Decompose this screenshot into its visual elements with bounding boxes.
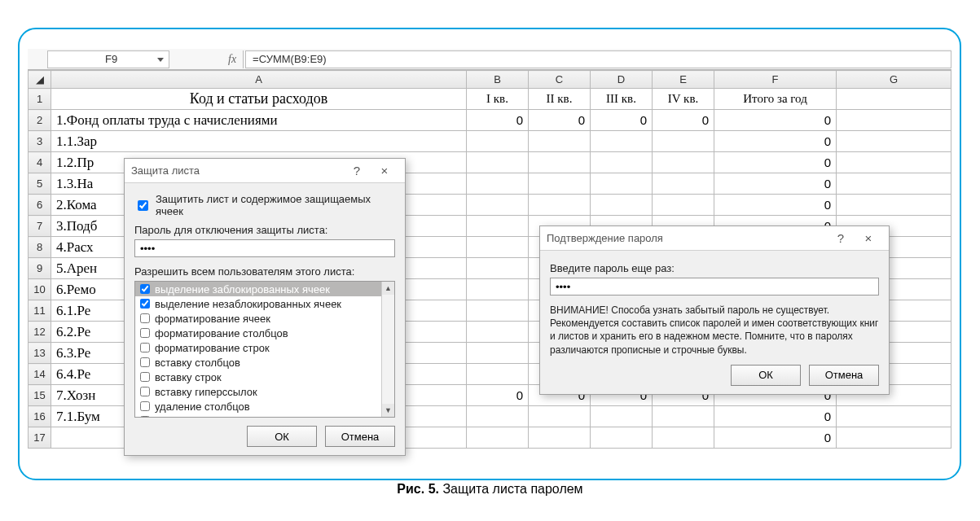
cell[interactable] xyxy=(653,152,714,173)
permissions-item-checkbox[interactable] xyxy=(140,343,150,352)
name-box[interactable]: F9 xyxy=(47,50,169,68)
protect-cancel-button[interactable]: Отмена xyxy=(325,426,395,447)
permissions-listbox[interactable]: выделение заблокированных ячееквыделение… xyxy=(134,281,395,418)
cell[interactable] xyxy=(837,131,951,152)
confirm-cancel-button[interactable]: Отмена xyxy=(809,365,879,386)
row-header[interactable]: 6 xyxy=(29,195,51,216)
cell[interactable]: 0 xyxy=(714,173,837,195)
protect-ok-button[interactable]: ОК xyxy=(247,426,317,447)
cell[interactable] xyxy=(837,406,951,427)
col-header-E[interactable]: E xyxy=(653,71,714,89)
row-header[interactable]: 5 xyxy=(29,173,51,195)
cell[interactable] xyxy=(529,152,591,173)
cell[interactable]: 0 xyxy=(714,406,837,427)
permissions-item-checkbox[interactable] xyxy=(140,284,150,294)
row-header[interactable]: 17 xyxy=(29,427,51,449)
cell[interactable]: 0 xyxy=(591,110,653,131)
cell[interactable] xyxy=(591,427,653,449)
permissions-item[interactable]: выделение незаблокированных ячеек xyxy=(135,296,394,311)
permissions-item[interactable]: вставку столбцов xyxy=(135,355,394,370)
cell[interactable] xyxy=(591,406,653,427)
cell[interactable] xyxy=(837,173,951,195)
cell[interactable] xyxy=(467,258,529,279)
col-header-A[interactable]: A xyxy=(51,71,467,89)
scroll-up-icon[interactable]: ▲ xyxy=(382,282,394,295)
row-header[interactable]: 16 xyxy=(29,406,51,427)
col-header-F[interactable]: F xyxy=(714,71,837,89)
protect-sheet-check-input[interactable] xyxy=(138,200,148,211)
row-header[interactable]: 12 xyxy=(29,322,51,343)
cell[interactable] xyxy=(837,427,951,449)
col-header-G[interactable]: G xyxy=(837,71,951,89)
cell[interactable] xyxy=(467,343,529,364)
cell[interactable] xyxy=(467,427,529,449)
dialog-titlebar[interactable]: Защита листа ? × xyxy=(125,159,405,183)
formula-input[interactable]: =СУММ(B9:E9) xyxy=(245,50,951,68)
permissions-item[interactable]: вставку гиперссылок xyxy=(135,384,394,399)
cell[interactable] xyxy=(467,195,529,216)
cell[interactable]: 0 xyxy=(714,195,837,216)
cell[interactable] xyxy=(467,216,529,237)
row-header[interactable]: 1 xyxy=(29,89,51,110)
cell[interactable] xyxy=(653,173,714,195)
cell[interactable] xyxy=(591,131,653,152)
cell[interactable] xyxy=(837,195,951,216)
cell[interactable] xyxy=(529,406,591,427)
col-header-C[interactable]: C xyxy=(529,71,591,89)
select-all-corner[interactable]: ◢ xyxy=(29,71,51,89)
permissions-item-checkbox[interactable] xyxy=(140,328,150,338)
cell[interactable]: 0 xyxy=(653,110,714,131)
cell[interactable]: 0 xyxy=(529,110,591,131)
cell[interactable]: Итого за год xyxy=(714,89,837,110)
permissions-item-checkbox[interactable] xyxy=(140,372,150,382)
cell[interactable]: 0 xyxy=(714,427,837,449)
cell[interactable] xyxy=(467,364,529,385)
permissions-item[interactable]: форматирование ячеек xyxy=(135,311,394,326)
cell[interactable]: III кв. xyxy=(591,89,653,110)
cell[interactable]: 0 xyxy=(467,110,529,131)
cell[interactable] xyxy=(591,152,653,173)
permissions-item[interactable]: вставку строк xyxy=(135,370,394,384)
permissions-item[interactable]: форматирование строк xyxy=(135,340,394,355)
cell[interactable] xyxy=(467,279,529,300)
cell[interactable] xyxy=(837,89,951,110)
row-header[interactable]: 8 xyxy=(29,237,51,258)
cell[interactable]: 1.1.Зар xyxy=(51,131,467,152)
permissions-item[interactable]: удаление строк xyxy=(135,414,394,418)
cell[interactable] xyxy=(837,152,951,173)
dialog-help-icon[interactable]: ? xyxy=(343,164,371,177)
col-header-D[interactable]: D xyxy=(591,71,653,89)
permissions-item[interactable]: форматирование столбцов xyxy=(135,326,394,340)
protect-sheet-checkbox[interactable]: Защитить лист и содержимое защищаемых яч… xyxy=(134,193,395,217)
cell[interactable] xyxy=(529,131,591,152)
permissions-item-checkbox[interactable] xyxy=(140,401,150,411)
permissions-item-checkbox[interactable] xyxy=(140,299,150,309)
fx-icon[interactable]: fx xyxy=(222,50,244,68)
permissions-item-checkbox[interactable] xyxy=(140,313,150,323)
cell[interactable]: 0 xyxy=(714,152,837,173)
cell[interactable] xyxy=(653,406,714,427)
row-header[interactable]: 9 xyxy=(29,258,51,279)
permissions-item-checkbox[interactable] xyxy=(140,416,150,418)
password-input[interactable] xyxy=(134,239,395,257)
cell[interactable]: IV кв. xyxy=(653,89,714,110)
cell[interactable]: 0 xyxy=(714,110,837,131)
cell[interactable] xyxy=(529,173,591,195)
scroll-down-icon[interactable]: ▼ xyxy=(382,404,394,417)
cell[interactable] xyxy=(467,173,529,195)
confirm-ok-button[interactable]: ОК xyxy=(731,365,801,386)
row-header[interactable]: 15 xyxy=(29,385,51,406)
cell[interactable] xyxy=(529,195,591,216)
permissions-scrollbar[interactable]: ▲ ▼ xyxy=(381,282,394,417)
permissions-item-checkbox[interactable] xyxy=(140,387,150,396)
cell[interactable] xyxy=(467,406,529,427)
cell[interactable] xyxy=(467,131,529,152)
cell[interactable] xyxy=(837,110,951,131)
permissions-item[interactable]: выделение заблокированных ячеек xyxy=(135,282,394,296)
cell[interactable] xyxy=(591,173,653,195)
permissions-item[interactable]: удаление столбцов xyxy=(135,399,394,414)
cell[interactable] xyxy=(653,427,714,449)
cell[interactable]: I кв. xyxy=(467,89,529,110)
cell[interactable] xyxy=(467,322,529,343)
cell[interactable] xyxy=(467,300,529,322)
